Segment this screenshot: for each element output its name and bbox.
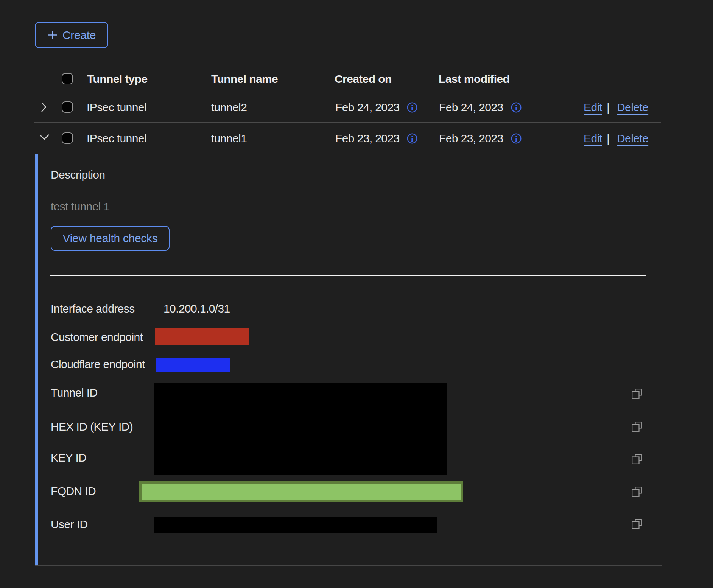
svg-text:i: i	[411, 134, 413, 143]
svg-text:i: i	[515, 103, 517, 112]
svg-text:i: i	[515, 134, 517, 143]
svg-text:i: i	[411, 103, 413, 112]
